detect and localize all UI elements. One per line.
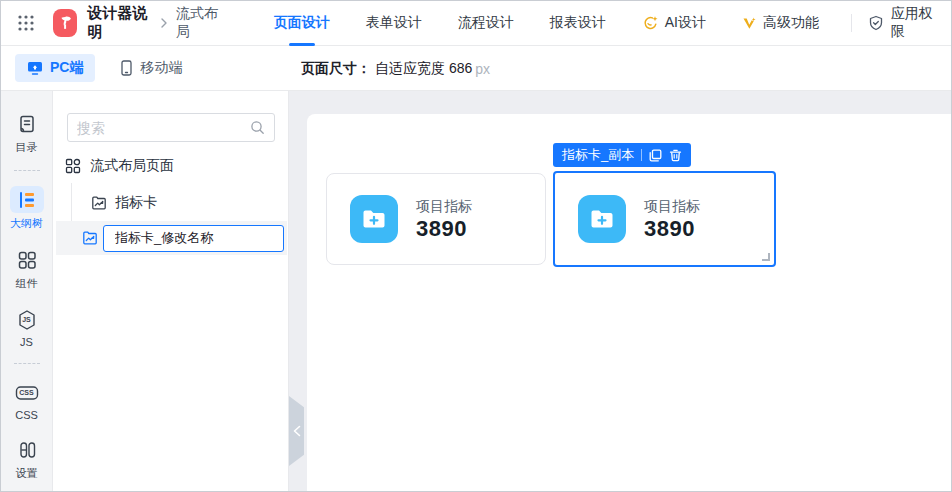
rail-divider [14,363,40,364]
tab-label: 流程设计 [458,14,514,32]
topbar-divider [851,14,852,32]
tab-label: AI设计 [665,14,706,32]
tab-label: 表单设计 [366,14,422,32]
tab-label: 页面设计 [274,14,330,32]
app-title: 设计器说明 [88,4,151,42]
js-icon-letters: JS [22,316,31,323]
outline-tree-panel: 流式布局页面 指标卡 [53,91,289,491]
premium-flash-icon [742,16,757,31]
metric-card-component-selected[interactable]: 项目指标 3890 [553,171,776,267]
card-value: 3890 [416,216,472,242]
tree-node-renaming-row[interactable] [56,221,287,255]
resize-handle[interactable] [762,253,770,261]
tree-node-metric-card[interactable]: 指标卡 [91,194,157,212]
shield-check-icon [868,15,884,31]
rail-label: 大纲树 [10,216,43,231]
card-value: 3890 [644,216,700,242]
pc-label: PC端 [50,59,83,77]
tab-page-design[interactable]: 页面设计 [256,1,348,46]
card-title: 项目指标 [416,197,472,216]
metric-card-component[interactable]: 项目指标 3890 [326,173,546,265]
mobile-view-button[interactable]: 移动端 [120,59,182,77]
selection-badge-label: 指标卡_副本 [562,146,634,164]
search-box [67,113,275,142]
panel-collapse-handle[interactable] [289,396,304,466]
rail-label: 设置 [16,466,38,481]
designer-window: 设计器说明 流式布局 页面设计 表单设计 流程设计 报表设计 [0,0,952,492]
search-icon[interactable] [250,120,265,135]
rail-label: 组件 [16,276,38,291]
rail-item-settings[interactable]: 设置 [10,436,44,481]
copy-icon[interactable] [649,149,662,162]
tree-node-label: 指标卡 [115,194,157,212]
app-launcher-icon[interactable] [17,14,35,32]
ai-sparkle-icon [642,15,659,32]
device-bar: PC端 移动端 页面尺寸： 自适应宽度 686 px [1,46,951,91]
badge-divider [641,149,642,161]
page-size-label: 页面尺寸： [301,60,371,78]
breadcrumb-current: 流式布局 [176,5,223,41]
rail-item-outline-tree[interactable]: 大纲树 [10,186,44,231]
metric-card-icon [91,195,107,211]
tab-label: 高级功能 [763,14,819,32]
tab-form-design[interactable]: 表单设计 [348,1,440,46]
workspace: 目录 大纲树 组件 JS JS CSS [1,91,951,491]
page-size-info: 页面尺寸： 自适应宽度 686 px [301,46,490,91]
rail-item-css[interactable]: CSS CSS [10,379,44,421]
breadcrumb: 设计器说明 流式布局 [17,4,223,42]
pc-view-button[interactable]: PC端 [15,54,95,82]
css-icon-letters: CSS [19,389,33,396]
folder-plus-icon [350,195,398,243]
mobile-phone-icon [120,60,133,76]
rename-input[interactable] [103,225,284,252]
rail-label: JS [20,336,33,348]
design-tabs: 页面设计 表单设计 流程设计 报表设计 AI设计 高级功能 [256,1,837,46]
chevron-left-icon [293,425,301,437]
design-canvas[interactable]: 指标卡_副本 项目指标 3890 [307,114,951,491]
folder-plus-icon [578,195,626,243]
page-size-value: 自适应宽度 686 [375,60,472,78]
card-title: 项目指标 [644,197,700,216]
tree-node-root[interactable]: 流式布局页面 [65,157,174,175]
delete-icon[interactable] [669,149,682,162]
app-permission-button[interactable]: 应用权限 [868,5,935,41]
tab-report-design[interactable]: 报表设计 [532,1,624,46]
rail-divider [14,170,40,171]
tree-node-label: 流式布局页面 [90,157,174,175]
tab-ai-design[interactable]: AI设计 [624,1,724,46]
page-grid-icon [65,158,81,174]
rail-label: CSS [15,409,38,421]
top-bar: 设计器说明 流式布局 页面设计 表单设计 流程设计 报表设计 [1,1,951,46]
tab-flow-design[interactable]: 流程设计 [440,1,532,46]
mobile-label: 移动端 [140,59,182,77]
catalog-icon [17,114,37,134]
monitor-icon [27,61,43,75]
permission-label: 应用权限 [891,5,935,41]
rail-item-catalog[interactable]: 目录 [10,110,44,155]
tab-advanced-features[interactable]: 高级功能 [724,1,837,46]
metric-card-icon-selected [82,230,98,246]
outline-tree-icon [17,190,37,210]
components-icon [17,250,37,270]
rail-item-js[interactable]: JS JS [10,306,44,348]
rail-item-components[interactable]: 组件 [10,246,44,291]
search-input[interactable] [77,120,250,136]
selection-badge: 指标卡_副本 [553,143,691,167]
left-rail: 目录 大纲树 组件 JS JS CSS [1,91,53,491]
settings-sliders-icon [17,440,37,460]
chevron-right-icon [158,17,170,29]
rail-label: 目录 [16,140,38,155]
page-size-unit: px [475,61,490,77]
tab-label: 报表设计 [550,14,606,32]
app-logo-icon[interactable] [53,9,77,37]
